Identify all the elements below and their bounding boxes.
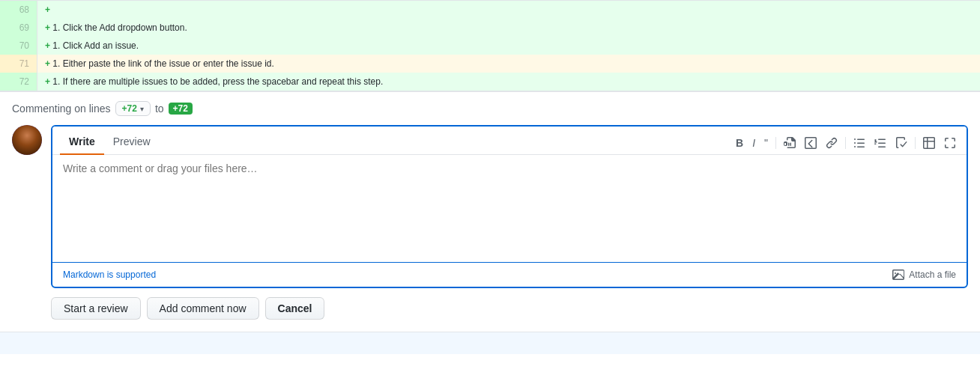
to-label: to — [155, 103, 164, 115]
tab-write[interactable]: Write — [60, 131, 104, 155]
line-number-69: 69 — [0, 19, 37, 37]
comment-editor: Write Preview B I " — [51, 125, 968, 288]
line-number-72: 72 — [0, 73, 37, 91]
line-to-badge: +72 — [169, 103, 193, 115]
code-file-button[interactable] — [781, 135, 799, 150]
attach-file-button[interactable]: Attach a file — [892, 269, 956, 281]
table-button[interactable] — [920, 135, 938, 150]
toolbar-sep-2 — [845, 137, 846, 149]
diff-line-72: 72 + 1. If there are multiple issues to … — [0, 73, 980, 91]
line-from-value: +72 — [122, 103, 137, 114]
diff-line-71: 71 + 1. Either paste the link of the iss… — [0, 55, 980, 73]
line-from-selector[interactable]: +72 ▾ — [115, 101, 151, 116]
italic-button[interactable]: I — [749, 135, 758, 150]
inline-code-button[interactable] — [802, 135, 820, 150]
markdown-supported-link[interactable]: Markdown is supported — [63, 269, 156, 280]
image-icon — [892, 269, 904, 281]
line-content-69: + 1. Click the Add dropdown button. — [37, 19, 980, 37]
comment-section: Commenting on lines +72 ▾ to +72 Write P… — [0, 91, 980, 332]
start-review-button[interactable]: Start a review — [51, 297, 141, 320]
line-number-68: 68 — [0, 1, 37, 19]
tabs-left: Write Preview — [60, 131, 160, 154]
line-content-71: + 1. Either paste the link of the issue … — [37, 55, 980, 73]
avatar — [12, 125, 42, 155]
add-comment-button[interactable]: Add comment now — [147, 297, 259, 320]
editor-footer: Markdown is supported Attach a file — [52, 262, 967, 287]
attach-file-label: Attach a file — [909, 269, 956, 280]
commenting-label: Commenting on lines — [12, 103, 111, 115]
cancel-button[interactable]: Cancel — [265, 297, 325, 320]
line-content-68: + — [37, 1, 980, 19]
line-content-72: + 1. If there are multiple issues to be … — [37, 73, 980, 91]
action-buttons: Start a review Add comment now Cancel — [51, 297, 968, 320]
commenting-on-lines: Commenting on lines +72 ▾ to +72 — [12, 101, 968, 116]
line-number-70: 70 — [0, 37, 37, 55]
editor-toolbar: B I " — [733, 135, 959, 150]
line-content-70: + 1. Click Add an issue. — [37, 37, 980, 55]
link-button[interactable] — [823, 135, 841, 150]
editor-body[interactable] — [52, 155, 967, 262]
tab-preview[interactable]: Preview — [104, 131, 160, 155]
ordered-list-button[interactable] — [871, 135, 889, 150]
line-number-71: 71 — [0, 55, 37, 73]
bold-button[interactable]: B — [733, 135, 746, 150]
comment-textarea[interactable] — [63, 162, 956, 252]
avatar-image — [12, 125, 42, 155]
toolbar-sep-1 — [775, 137, 776, 149]
fullscreen-button[interactable] — [941, 135, 959, 150]
toolbar-sep-3 — [915, 137, 916, 149]
bottom-strip — [0, 332, 980, 354]
unordered-list-button[interactable] — [850, 135, 868, 150]
diff-line-69: 69 + 1. Click the Add dropdown button. — [0, 19, 980, 37]
diff-line-68: 68 + — [0, 1, 980, 19]
editor-tabs-bar: Write Preview B I " — [52, 127, 967, 155]
diff-line-70: 70 + 1. Click Add an issue. — [0, 37, 980, 55]
task-list-button[interactable] — [892, 135, 910, 150]
comment-row: Write Preview B I " — [12, 125, 968, 288]
quote-button[interactable]: " — [761, 135, 771, 150]
chevron-down-icon: ▾ — [140, 105, 144, 113]
